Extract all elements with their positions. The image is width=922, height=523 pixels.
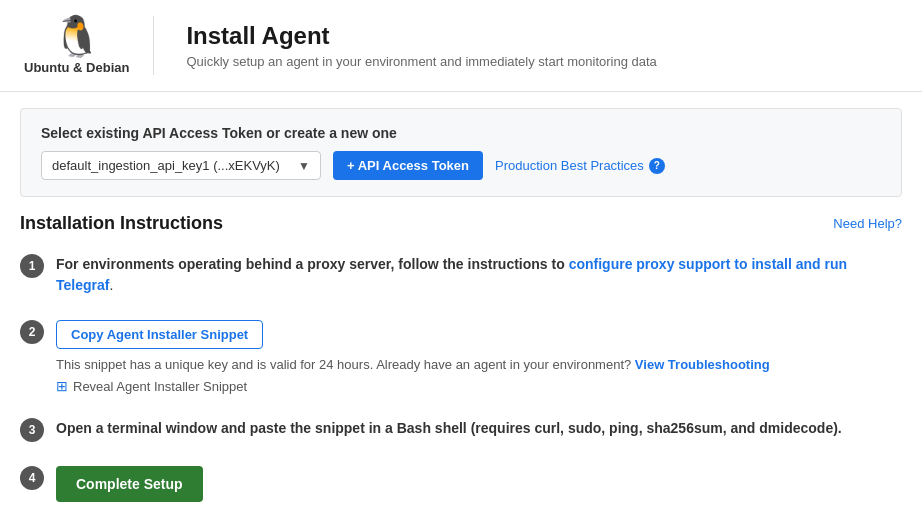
api-token-button[interactable]: + API Access Token (333, 151, 483, 180)
token-select-dropdown[interactable]: default_ingestion_api_key1 (...xEKVyK) ▼ (41, 151, 321, 180)
step-1-prefix: For environments operating behind a prox… (56, 256, 569, 272)
view-troubleshooting-link[interactable]: View Troubleshooting (635, 357, 770, 372)
snippet-note: This snippet has a unique key and is val… (56, 357, 902, 372)
step-4-content: Complete Setup (56, 466, 902, 502)
installation-section: Installation Instructions Need Help? 1 F… (0, 213, 922, 502)
step-1-suffix: . (109, 277, 113, 293)
step-3-label: Open a terminal window and paste the sni… (56, 420, 842, 436)
dropdown-arrow-icon: ▼ (298, 159, 310, 173)
header-content: Install Agent Quickly setup an agent in … (178, 22, 656, 69)
installation-title: Installation Instructions (20, 213, 223, 234)
step-2-number: 2 (20, 320, 44, 344)
production-best-label: Production Best Practices (495, 158, 644, 173)
logo-section: 🐧 Ubuntu & Debian (24, 16, 154, 75)
step-4: 4 Complete Setup (20, 466, 902, 502)
page-title: Install Agent (186, 22, 656, 50)
snippet-note-prefix: This snippet has a unique key and is val… (56, 357, 635, 372)
page-header: 🐧 Ubuntu & Debian Install Agent Quickly … (0, 0, 922, 92)
step-1: 1 For environments operating behind a pr… (20, 254, 902, 296)
step-2-content: Copy Agent Installer Snippet This snippe… (56, 320, 902, 394)
reveal-snippet-label: Reveal Agent Installer Snippet (73, 379, 247, 394)
page-subtitle: Quickly setup an agent in your environme… (186, 54, 656, 69)
token-label: Select existing API Access Token or crea… (41, 125, 881, 141)
install-header: Installation Instructions Need Help? (20, 213, 902, 234)
os-label: Ubuntu & Debian (24, 60, 129, 75)
step-1-number: 1 (20, 254, 44, 278)
token-section: Select existing API Access Token or crea… (20, 108, 902, 197)
step-4-number: 4 (20, 466, 44, 490)
step-1-text: For environments operating behind a prox… (56, 254, 902, 296)
reveal-snippet-toggle[interactable]: ⊞ Reveal Agent Installer Snippet (56, 378, 902, 394)
step-1-content: For environments operating behind a prox… (56, 254, 902, 296)
os-logo: 🐧 (52, 16, 102, 56)
help-icon: ? (649, 158, 665, 174)
token-controls: default_ingestion_api_key1 (...xEKVyK) ▼… (41, 151, 881, 180)
step-2: 2 Copy Agent Installer Snippet This snip… (20, 320, 902, 394)
complete-setup-button[interactable]: Complete Setup (56, 466, 203, 502)
need-help-link[interactable]: Need Help? (833, 216, 902, 231)
step-3-text: Open a terminal window and paste the sni… (56, 418, 902, 439)
step-3: 3 Open a terminal window and paste the s… (20, 418, 902, 442)
copy-snippet-button[interactable]: Copy Agent Installer Snippet (56, 320, 263, 349)
step-3-content: Open a terminal window and paste the sni… (56, 418, 902, 439)
selected-token-value: default_ingestion_api_key1 (...xEKVyK) (52, 158, 280, 173)
production-best-practices-link[interactable]: Production Best Practices ? (495, 158, 665, 174)
expand-icon: ⊞ (56, 378, 68, 394)
step-3-number: 3 (20, 418, 44, 442)
